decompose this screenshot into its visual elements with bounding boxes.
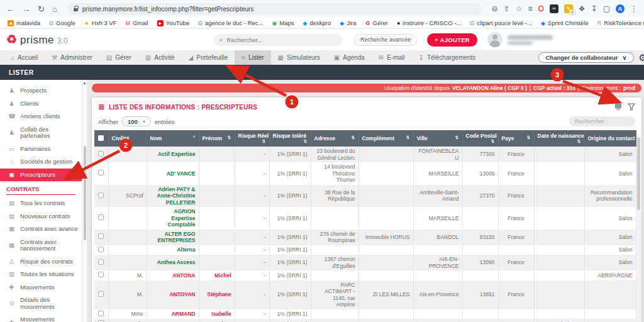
sort-icon[interactable]: ⇅ [304,139,308,144]
bookmark-item[interactable]: MGmail [125,19,148,26]
sidebar-item-collab-des-partenaires[interactable]: ♟Collab des partenaires [0,123,82,143]
column-header-origine-du-contact[interactable]: Origine du contact [584,130,636,147]
bookmark-star-icon[interactable]: ☆ [516,4,523,13]
row-checkbox[interactable] [98,291,104,297]
menu-item-accueil[interactable]: ⌂Accueil [4,50,45,65]
bookmark-item[interactable]: RRiskTolerance (3.77.0) [597,19,644,26]
menu-item-portefeuille[interactable]: ◢Portefeuille [182,50,235,65]
bookmark-item[interactable]: Gagence le duc - Rec... [198,19,263,26]
column-header-adresse[interactable]: Adresse⇅ [311,130,358,147]
table-row[interactable]: M.ANTONAMichel-1% (SRRI 1)ABRIPARGNE [94,270,636,280]
row-checkbox[interactable] [98,151,104,157]
bookmark-item[interactable]: Gclipart pouce levé -... [470,19,532,26]
menu-item-agenda[interactable]: ▣Agenda [327,50,372,65]
column-header-date-de-naissance[interactable]: Date de naissance⇅ [534,130,584,147]
scroll-up-arrow-icon[interactable]: ▲ [82,81,87,85]
downloads-icon[interactable]: ↧ [591,4,597,13]
sidebar-item-mouvements[interactable]: ✚Mouvements [0,281,82,294]
sort-icon[interactable]: ⇅ [577,139,581,144]
add-button[interactable]: + AJOUTER [427,33,477,47]
sidebar-item-d-tails-des-mouvements[interactable]: ⊙Détails des mouvements [0,294,82,313]
sidebar-item-mouvements-programm-s[interactable]: ✚Mouvements Programmés [0,313,82,322]
forward-icon[interactable]: → [22,4,30,14]
bookmark-item[interactable]: ▶YouTube [157,19,189,26]
table-row[interactable]: SCProfAdrien PATY & Anne-Christine PELLE… [94,185,636,208]
sidebar-item-prescripteurs[interactable]: ▣Prescripteurs [0,169,82,182]
menu-item-administrer[interactable]: ⚒Administrer [45,50,99,65]
menu-item-email[interactable]: ✉E-mail [372,50,412,65]
dark-extension-icon[interactable]: ∞ [550,4,558,13]
bookmark-item[interactable]: ◉malavida [8,19,40,26]
row-checkbox[interactable] [98,247,104,252]
column-header-code-postal[interactable]: Code Postal⇅ [462,130,498,147]
extensions-puzzle-icon[interactable]: ❖ [579,4,586,13]
reading-list-icon[interactable]: ≡ [528,4,532,13]
sort-icon[interactable]: ⇅ [455,135,459,140]
bookmark-item[interactable]: ★Hxh 3 VF [84,19,117,26]
sort-icon[interactable]: ⇅ [491,139,495,144]
menu-item-activite[interactable]: ▥Activité [138,50,182,65]
row-checkbox[interactable] [98,233,104,239]
bookmark-item[interactable]: ♻Gérer [365,19,388,26]
sidebar-item-tous-les-contrats[interactable]: ▤Tous les contrats [0,197,82,210]
table-row[interactable]: ALTER EGO ENTREPRISES-1% (SRRI 1)276 che… [94,230,636,245]
sort-icon[interactable]: ⇅ [352,135,355,140]
global-search[interactable]: ⌕ [214,34,343,46]
advanced-search-button[interactable]: Recherche avancée [354,34,417,46]
notes-extension-icon[interactable]: ✎0 [564,4,573,13]
menu-item-gerer[interactable]: ▤Gérer [99,50,138,65]
zoom-icon[interactable]: ⊖ [492,4,498,13]
row-checkbox[interactable] [98,259,104,265]
table-row[interactable]: Anthea Access-1% (SRRI 1)1367 chemin d'E… [94,255,636,270]
sort-icon[interactable]: ⇅ [228,135,231,140]
sidebar-item-risque-des-contrats[interactable]: ⚠Risque des contrats [0,255,82,269]
table-row[interactable]: M.ANTOYANStéphane-1% (SRRI 1)PARC ACTIMA… [94,280,636,309]
table-scrollbar[interactable] [636,136,641,322]
filter-funnel-icon[interactable] [628,103,635,111]
column-header-risque-tol-r-[interactable]: Risque toléré⇅ [269,130,311,147]
table-row[interactable]: AD' VANCE-1% (SRRI 1)14 boulevard Théodo… [94,162,636,185]
entries-select[interactable]: 100 ▾ [122,116,151,126]
sort-icon[interactable]: ⇅ [406,135,410,140]
bookmark-item[interactable]: ◉Maps [272,19,294,26]
sidebar-item-prospects[interactable]: ♟Prospects [0,84,82,97]
sidebar-item-anciens-clients[interactable]: ☎Anciens clients [0,110,82,123]
menu-item-simulateurs[interactable]: ▦Simulateurs [271,50,327,65]
table-row[interactable]: MlleAUDIBERTClara-1% (SRRI 1)11/02/1996 [94,319,636,322]
column-header-nom[interactable]: Nom^ [147,130,199,147]
sidebar-item-partenaires[interactable]: ▭Partenaires [0,143,82,156]
row-checkbox[interactable] [98,214,104,220]
bookmark-item[interactable]: ◆deskpro [303,19,331,26]
sidebar-item-contrats-avec-avance[interactable]: ▦Contrats avec avance [0,223,82,236]
column-header-pr-nom[interactable]: Prénom⇅ [199,130,235,147]
row-checkbox[interactable] [98,170,104,175]
row-checkbox[interactable] [98,311,104,316]
browser-menu-icon[interactable]: ⋮ [630,4,638,13]
split-screen-icon[interactable]: ▢ [603,4,610,13]
sidebar-item-toutes-les-situations[interactable]: ▥Toutes les situations [0,268,82,281]
opera-extension-icon[interactable]: O [538,4,543,13]
profile-avatar[interactable]: A [616,4,625,13]
home-icon[interactable]: ⌂ [52,4,57,14]
row-checkbox[interactable] [98,272,104,277]
bookmark-item[interactable]: ●instruire - CRISCO -... [397,19,461,26]
bookmark-item[interactable]: GGoogle [49,19,75,26]
select-all-header[interactable] [94,130,108,147]
column-header-civilit-[interactable]: Civilité [108,130,147,147]
global-search-input[interactable] [227,36,321,43]
change-collaborator-button[interactable]: Changer de collaborateur ∨ [538,52,633,63]
export-icon[interactable] [614,103,623,111]
bookmark-item[interactable]: ◆Sprint Christèle [541,19,589,26]
table-row[interactable]: Actif Expertise-1% (SRRI 1)23 boulevard … [94,147,636,162]
user-profile[interactable] [487,32,553,47]
table-row[interactable]: AGRION Expertise Comptable-1% (SRRI 1)MA… [94,207,636,230]
gear-icon[interactable]: ⚙ [639,52,644,64]
sidebar-item-clients[interactable]: ♟Clients [0,97,82,111]
sort-icon[interactable]: ⇅ [262,139,266,144]
column-header-pays[interactable]: Pays⇅ [498,130,534,147]
sidebar-item-soci-t-s-de-gestion[interactable]: ⌂Sociétés de gestion [0,155,82,169]
reload-icon[interactable]: ↻ [38,4,45,14]
sidebar-item-contrats-avec-nantissement[interactable]: ▦Contrats avec nantissement [0,236,82,255]
scrollbar-thumb[interactable] [84,146,86,240]
menu-item-lister[interactable]: ≡Lister [235,50,270,65]
